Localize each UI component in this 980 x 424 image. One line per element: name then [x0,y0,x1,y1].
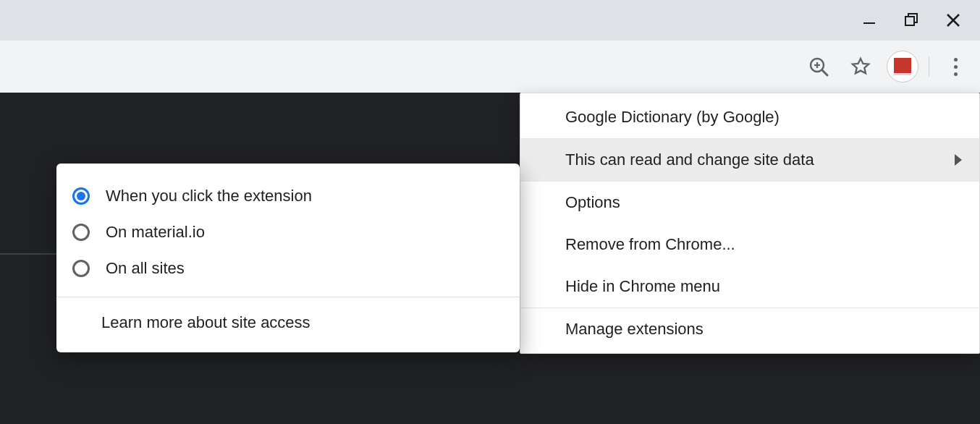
window-maximize-button[interactable] [890,4,932,36]
chrome-menu-button[interactable] [939,51,971,82]
menu-dot-icon [954,72,958,76]
context-menu-title: Google Dictionary (by Google) [520,96,979,138]
dictionary-extension-icon [894,58,911,75]
zoom-button[interactable] [803,51,835,82]
site-access-submenu: When you click the extension On material… [56,164,520,352]
window-title-bar [0,0,980,41]
extension-button[interactable] [887,51,918,82]
submenu-arrow-icon [955,154,962,166]
menu-item-label: Remove from Chrome... [565,235,735,254]
extension-context-menu: Google Dictionary (by Google) This can r… [520,93,980,354]
radio-icon [72,224,90,241]
site-access-option-all-sites[interactable]: On all sites [56,250,520,287]
learn-more-label: Learn more about site access [101,313,311,331]
svg-line-5 [822,70,827,75]
minimize-icon [862,13,876,27]
page-divider [0,253,56,255]
menu-item-label: Hide in Chrome menu [565,277,720,296]
maximize-icon [904,13,918,27]
option-label: On material.io [106,223,205,242]
toolbar-divider [929,56,929,77]
menu-item-label: Manage extensions [565,320,704,339]
option-label: On all sites [106,259,185,278]
site-access-option-on-site[interactable]: On material.io [56,214,520,250]
menu-dot-icon [954,58,958,62]
window-close-button[interactable] [932,4,974,36]
remove-extension-menu-item[interactable]: Remove from Chrome... [520,224,979,266]
zoom-in-icon [808,56,829,77]
radio-selected-icon [72,187,90,205]
site-data-menu-item[interactable]: This can read and change site data [520,139,979,181]
menu-item-label: This can read and change site data [565,150,814,169]
svg-rect-1 [905,17,914,25]
hide-extension-menu-item[interactable]: Hide in Chrome menu [520,266,979,308]
menu-dot-icon [954,65,958,69]
menu-item-label: Options [565,193,620,212]
bookmark-button[interactable] [845,51,876,82]
learn-more-link[interactable]: Learn more about site access [56,297,520,344]
site-access-option-on-click[interactable]: When you click the extension [56,178,520,214]
close-icon [945,12,961,28]
option-label: When you click the extension [106,187,312,205]
browser-toolbar [0,41,980,93]
window-minimize-button[interactable] [848,4,890,36]
radio-icon [72,260,90,277]
options-menu-item[interactable]: Options [520,182,979,224]
manage-extensions-menu-item[interactable]: Manage extensions [520,308,979,350]
star-icon [850,56,871,77]
